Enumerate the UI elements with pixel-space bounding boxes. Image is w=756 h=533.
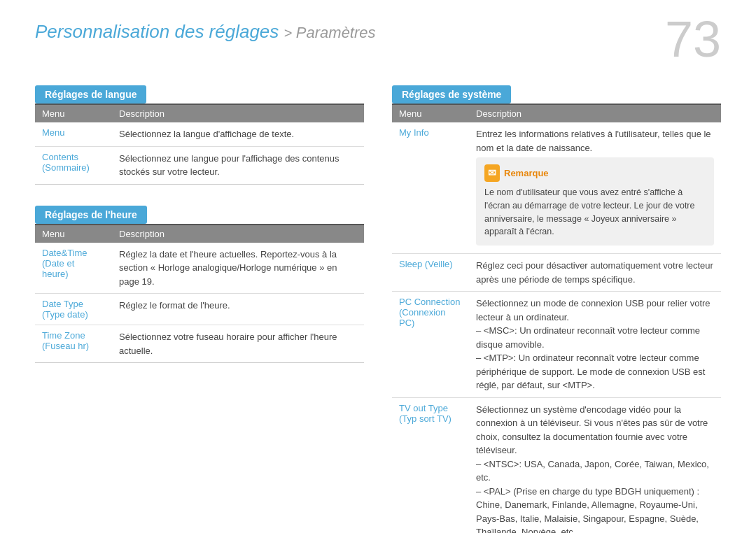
remarque-icon: ✉ bbox=[484, 164, 500, 182]
desc-cell: Sélectionnez une langue pour l'affichage… bbox=[112, 146, 364, 184]
desc-cell: Entrez les informations relatives à l'ut… bbox=[469, 122, 721, 254]
heure-col1: Menu bbox=[35, 225, 112, 243]
desc-cell: Réglez le format de l'heure. bbox=[112, 294, 364, 325]
page-header: Personnalisation des réglages > Paramètr… bbox=[35, 21, 721, 64]
langue-col2: Description bbox=[112, 104, 364, 122]
systeme-col1: Menu bbox=[392, 104, 469, 122]
desc-cell: Réglez la date et l'heure actuelles. Rep… bbox=[112, 243, 364, 294]
remarque-text: Le nom d'utilisateur que vous avez entré… bbox=[484, 186, 706, 239]
systeme-title: Réglages de système bbox=[392, 85, 511, 104]
table-row: My Info Entrez les informations relative… bbox=[392, 122, 721, 254]
page-number: 73 bbox=[665, 14, 721, 64]
envelope-icon: ✉ bbox=[488, 166, 496, 180]
heure-section: Réglages de l'heure Menu Description Dat… bbox=[35, 206, 364, 364]
desc-cell: Réglez ceci pour désactiver automatiquem… bbox=[469, 254, 721, 292]
main-content: Réglages de langue Menu Description Menu… bbox=[35, 85, 721, 533]
table-row: PC Connection(ConnexionPC) Sélectionnez … bbox=[392, 292, 721, 398]
langue-col1: Menu bbox=[35, 104, 112, 122]
table-row: Contents(Sommaire) Sélectionnez une lang… bbox=[35, 146, 364, 184]
myinfo-desc: Entrez les informations relatives à l'ut… bbox=[476, 127, 714, 155]
langue-section: Réglages de langue Menu Description Menu… bbox=[35, 85, 364, 185]
table-row: Menu Sélectionnez la langue d'affichage … bbox=[35, 122, 364, 146]
langue-table: Menu Description Menu Sélectionnez la la… bbox=[35, 104, 364, 185]
menu-cell: Date Type(Type date) bbox=[35, 294, 112, 325]
heure-col2: Description bbox=[112, 225, 364, 243]
menu-cell: Sleep (Veille) bbox=[392, 254, 469, 292]
menu-cell: TV out Type(Typ sort TV) bbox=[392, 397, 469, 533]
menu-cell: Date&Time(Date etheure) bbox=[35, 243, 112, 294]
left-column: Réglages de langue Menu Description Menu… bbox=[35, 85, 364, 533]
right-column: Réglages de système Menu Description My … bbox=[392, 85, 721, 533]
menu-cell: My Info bbox=[392, 122, 469, 254]
heure-table: Menu Description Date&Time(Date etheure)… bbox=[35, 224, 364, 364]
table-row: TV out Type(Typ sort TV) Sélectionnez un… bbox=[392, 397, 721, 533]
title-sub: Paramètres bbox=[296, 24, 376, 41]
systeme-col2: Description bbox=[469, 104, 721, 122]
table-row: Date&Time(Date etheure) Réglez la date e… bbox=[35, 243, 364, 294]
table-row: Date Type(Type date) Réglez le format de… bbox=[35, 294, 364, 325]
remarque-header: ✉ Remarque bbox=[484, 164, 706, 182]
desc-cell: Sélectionnez un mode de connexion USB po… bbox=[469, 292, 721, 398]
systeme-section: Réglages de système Menu Description My … bbox=[392, 85, 721, 533]
desc-cell: Sélectionnez votre fuseau horaire pour a… bbox=[112, 325, 364, 363]
table-row: Time Zone(Fuseau hr) Sélectionnez votre … bbox=[35, 325, 364, 363]
desc-cell: Sélectionnez la langue d'affichage de te… bbox=[112, 122, 364, 146]
menu-cell: Menu bbox=[35, 122, 112, 146]
menu-cell: PC Connection(ConnexionPC) bbox=[392, 292, 469, 398]
remarque-box: ✉ Remarque Le nom d'utilisateur que vous… bbox=[476, 157, 714, 246]
title-main: Personnalisation des réglages bbox=[35, 21, 279, 42]
systeme-table: Menu Description My Info Entrez les info… bbox=[392, 104, 721, 533]
desc-cell: Sélectionnez un système d'encodage vidéo… bbox=[469, 397, 721, 533]
langue-title: Réglages de langue bbox=[35, 85, 146, 104]
menu-cell: Time Zone(Fuseau hr) bbox=[35, 325, 112, 363]
page-title: Personnalisation des réglages > Paramètr… bbox=[35, 21, 376, 43]
table-row: Sleep (Veille) Réglez ceci pour désactiv… bbox=[392, 254, 721, 292]
remarque-label: Remarque bbox=[504, 166, 549, 180]
heure-title: Réglages de l'heure bbox=[35, 206, 147, 224]
menu-cell: Contents(Sommaire) bbox=[35, 146, 112, 184]
